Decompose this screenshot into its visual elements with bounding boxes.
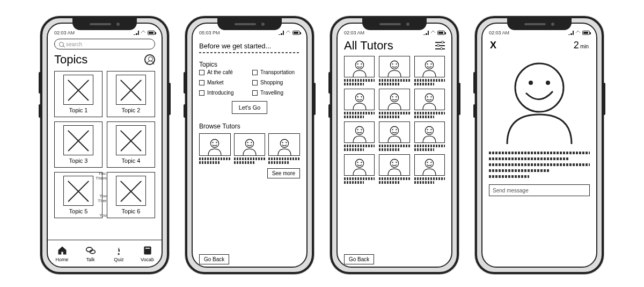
tutor-card[interactable] <box>414 154 445 184</box>
image-placeholder-icon <box>63 125 93 155</box>
tab-talk[interactable]: Talk <box>76 240 105 267</box>
svg-point-25 <box>392 96 393 97</box>
svg-point-22 <box>357 96 358 97</box>
tutor-card[interactable] <box>344 56 375 85</box>
svg-point-14 <box>361 63 362 64</box>
svg-point-10 <box>282 142 283 143</box>
text-placeholder <box>414 177 445 180</box>
lets-go-button[interactable]: Let's Go <box>232 101 268 114</box>
person-icon <box>350 91 369 110</box>
pre-title: Before we get started... <box>199 42 300 50</box>
battery-icon <box>148 31 155 35</box>
go-back-button[interactable]: Go Back <box>344 254 374 264</box>
filter-icon[interactable] <box>435 42 445 49</box>
svg-point-37 <box>427 129 428 130</box>
signal-icon <box>568 31 574 35</box>
image-placeholder-icon <box>116 125 146 155</box>
go-back-button[interactable]: Go Back <box>199 254 229 264</box>
checkbox-transportation[interactable]: Transportation <box>252 69 300 75</box>
text-placeholder <box>199 157 231 160</box>
checkbox-market[interactable]: Market <box>199 80 247 85</box>
svg-point-0 <box>86 247 92 252</box>
topic-card[interactable]: Topic 6 <box>107 172 155 218</box>
svg-point-7 <box>247 142 248 143</box>
home-icon <box>57 245 68 256</box>
svg-point-40 <box>357 162 358 163</box>
person-icon <box>350 157 369 175</box>
text-placeholder <box>344 112 375 114</box>
tutor-card[interactable] <box>344 89 375 118</box>
checkbox-shopping[interactable]: Shopping <box>252 80 300 85</box>
svg-point-26 <box>396 96 397 97</box>
text-placeholder <box>379 83 399 85</box>
profile-icon[interactable] <box>144 54 155 65</box>
topic-card[interactable]: Topic 5 <box>54 172 103 218</box>
tutor-card[interactable] <box>379 56 409 85</box>
svg-point-49 <box>529 81 533 85</box>
notch <box>362 18 427 30</box>
text-placeholder <box>379 148 399 151</box>
svg-point-15 <box>390 61 398 69</box>
tab-quiz[interactable]: Quiz <box>105 240 133 267</box>
see-more-button[interactable]: See more <box>267 168 300 178</box>
person-icon <box>385 157 404 175</box>
checkbox-introducing[interactable]: Introducing <box>199 90 247 96</box>
svg-point-27 <box>426 94 434 102</box>
tutor-card[interactable] <box>379 121 409 151</box>
svg-point-41 <box>361 162 362 163</box>
svg-point-34 <box>392 129 393 130</box>
svg-point-31 <box>357 129 358 130</box>
tutor-card[interactable] <box>414 89 445 118</box>
notch <box>217 18 282 30</box>
quiz-icon <box>114 245 125 256</box>
topic-card[interactable]: Topic 1 <box>54 71 103 117</box>
tab-home[interactable]: Home <box>48 240 76 267</box>
svg-point-30 <box>355 126 363 134</box>
topic-card[interactable]: Topic 4 <box>107 121 155 168</box>
phone-3-all-tutors: 02:03 AM All Tutors <box>330 16 459 274</box>
topic-card[interactable]: Topic 3 <box>54 121 103 168</box>
phone-1-topics: 02:03 AM search Topics Topic 1 Topic 2 T… <box>40 16 169 274</box>
close-button[interactable]: X <box>490 40 496 51</box>
tutor-card[interactable] <box>344 121 375 151</box>
person-icon <box>420 91 438 110</box>
image-placeholder-icon <box>63 176 93 206</box>
person-icon <box>420 157 438 175</box>
checkbox-at-the-cafe[interactable]: At the café <box>199 69 247 75</box>
checkbox-travelling[interactable]: Travelling <box>252 90 300 96</box>
tutor-card[interactable] <box>344 154 375 184</box>
phone-2-get-started: 05:03 PM Before we get started... Topics… <box>185 16 314 274</box>
search-icon <box>59 42 64 47</box>
svg-point-16 <box>392 63 393 64</box>
section-topics: Topics <box>199 61 300 68</box>
vocab-icon <box>142 245 153 256</box>
tutor-card[interactable] <box>234 133 266 164</box>
tutor-card[interactable] <box>199 133 231 164</box>
search-input[interactable]: search <box>54 39 155 49</box>
tutor-card[interactable] <box>268 133 300 164</box>
page-title: All Tutors <box>344 39 393 53</box>
tutor-card[interactable] <box>379 89 409 118</box>
tab-vocab[interactable]: Vocab <box>133 240 162 267</box>
svg-point-29 <box>431 96 432 97</box>
topic-grid: Topic 1 Topic 2 Topic 3 Topic 4 Topic 5 … <box>54 71 155 218</box>
message-input[interactable]: Send message <box>489 184 590 196</box>
search-placeholder: search <box>66 41 82 47</box>
svg-point-3 <box>211 139 219 147</box>
topic-card[interactable]: Topic 2 <box>107 71 155 117</box>
conversation-text <box>489 150 590 181</box>
status-time: 02:03 AM <box>344 30 364 35</box>
tutor-card[interactable] <box>379 154 409 184</box>
text-placeholder <box>379 145 409 147</box>
signal-icon <box>134 31 139 35</box>
wifi-icon <box>141 30 146 35</box>
text-placeholder <box>344 145 375 147</box>
text-placeholder <box>268 157 300 160</box>
tutor-card[interactable] <box>414 56 445 85</box>
svg-point-38 <box>431 129 432 130</box>
divider <box>199 51 300 54</box>
tutor-card[interactable] <box>414 121 445 151</box>
text-placeholder <box>344 177 375 180</box>
svg-point-42 <box>390 159 398 167</box>
svg-point-24 <box>390 94 398 102</box>
